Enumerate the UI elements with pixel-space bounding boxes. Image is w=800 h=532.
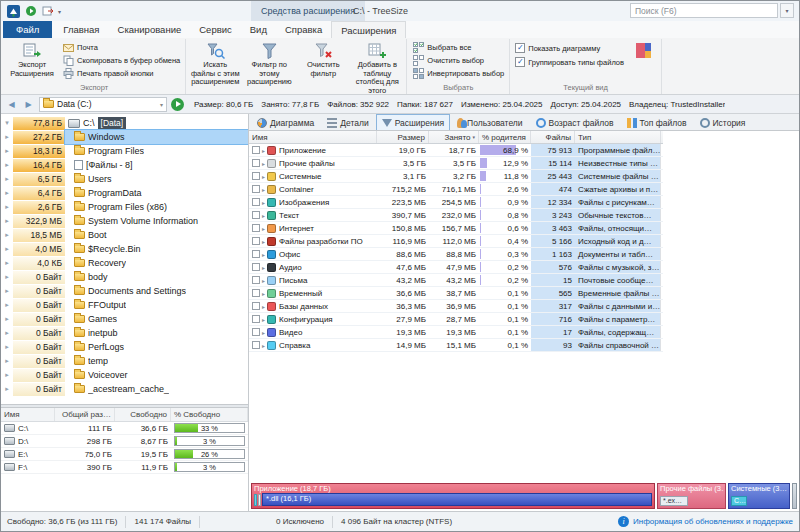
expand-icon[interactable]: ▸ (1, 175, 13, 183)
row-checkbox[interactable] (252, 172, 260, 180)
group-file-types-checkbox[interactable]: ✓ Группировать типы файлов (513, 56, 626, 68)
expand-icon[interactable]: ▸ (262, 238, 265, 245)
start-scan-button[interactable] (171, 98, 184, 111)
expand-icon[interactable]: ▸ (1, 189, 13, 197)
expand-icon[interactable]: ▸ (1, 259, 13, 267)
view-tab-0[interactable]: Диаграмма (251, 114, 320, 130)
ribbon-tab-2[interactable]: Сканирование (109, 21, 191, 38)
clear-selection-button[interactable]: Очистить выбор (410, 55, 506, 66)
treemap-small-block[interactable] (254, 494, 257, 506)
view-tab-6[interactable]: История (694, 114, 752, 130)
contextual-tab-header[interactable]: Средства расширения (251, 1, 365, 21)
treemap-block-other-files[interactable]: Прочие файлы (3… *.ex… (657, 483, 726, 509)
drive-row-2[interactable]: E:\75,0 ГБ19,5 ГБ26 % (1, 448, 248, 461)
treemap-block-exe[interactable]: *.ex… (660, 496, 688, 506)
tree-item-7[interactable]: ▸322,9 МБSystem Volume Information (1, 214, 248, 228)
ext-header-0[interactable]: Имя (249, 131, 377, 143)
invert-selection-button[interactable]: Инвертировать выбор (410, 68, 506, 79)
expand-icon[interactable]: ▸ (1, 357, 13, 365)
tree-item-9[interactable]: ▸4,0 МБ$Recycle.Bin (1, 242, 248, 256)
view-tab-4[interactable]: Возраст файлов (530, 114, 620, 130)
drives-header-1[interactable]: Общий раз… (55, 408, 115, 421)
treemap-block-rest[interactable] (792, 483, 797, 509)
tree-item-2[interactable]: ▸18,3 ГБProgram Files (1, 144, 248, 158)
drives-header-0[interactable]: Имя (1, 408, 55, 421)
qat-scan-icon[interactable] (24, 5, 37, 18)
extension-row-14[interactable]: ▸Видео19,3 МБ19,3 МБ0,1 %17Файлы, содерж… (249, 326, 663, 339)
extension-row-13[interactable]: ▸Конфигурация27,9 МБ28,7 МБ0,1 %716Файлы… (249, 313, 663, 326)
mail-button[interactable]: Почта (60, 42, 182, 53)
row-checkbox[interactable] (252, 198, 260, 206)
expand-icon[interactable]: ▸ (1, 343, 13, 351)
expand-icon[interactable]: ▸ (262, 316, 265, 323)
expand-icon[interactable]: ▸ (262, 290, 265, 297)
expand-icon[interactable]: ▸ (262, 329, 265, 336)
expand-icon[interactable]: ▸ (1, 217, 13, 225)
view-tab-2[interactable]: Расширения (376, 114, 450, 130)
extension-row-10[interactable]: ▸Письма43,2 МБ43,2 МБ0,2 %15Почтовые соо… (249, 274, 663, 287)
expand-icon[interactable]: ▸ (1, 231, 13, 239)
ext-header-2[interactable]: Занято▾ (429, 131, 479, 143)
row-checkbox[interactable] (252, 302, 260, 310)
ribbon-tab-4[interactable]: Вид (241, 21, 276, 38)
drive-row-0[interactable]: C:\111 ГБ36,6 ГБ33 % (1, 422, 248, 435)
extension-row-15[interactable]: ▸Справка14,9 МБ15,1 МБ0,1 %93Файлы справ… (249, 339, 663, 352)
export-extensions-button[interactable]: Экспорт Расширения (6, 39, 58, 78)
expand-icon[interactable]: ▸ (1, 385, 13, 393)
ribbon-tab-3[interactable]: Сервис (190, 21, 241, 38)
expand-icon[interactable]: ▸ (262, 160, 265, 167)
collapse-icon[interactable]: ▾ (1, 119, 13, 127)
expand-icon[interactable]: ▸ (1, 147, 13, 155)
drives-header-2[interactable]: Свободно (115, 408, 171, 421)
row-checkbox[interactable] (252, 341, 260, 349)
expand-icon[interactable]: ▸ (1, 161, 13, 169)
tree-item-19[interactable]: ▸0 Байт_acestream_cache_ (1, 382, 248, 396)
treemap-block-system-sub[interactable]: С… (731, 496, 747, 506)
tree-item-3[interactable]: ▸16,4 ГБ[Файлы - 8] (1, 158, 248, 172)
expand-icon[interactable]: ▸ (262, 342, 265, 349)
extension-row-4[interactable]: ▸Изображения223,5 МБ254,5 МБ0,9 %12 334Ф… (249, 196, 663, 209)
ext-header-3[interactable]: % родителя (479, 131, 531, 143)
expand-icon[interactable]: ▸ (262, 264, 265, 271)
extension-row-1[interactable]: ▸Прочие файлы3,5 ГБ3,5 ГБ12,9 %15 114Неи… (249, 157, 663, 170)
tree-item-12[interactable]: ▸0 БайтDocuments and Settings (1, 284, 248, 298)
row-checkbox[interactable] (252, 159, 260, 167)
extension-row-12[interactable]: ▸Базы данных36,3 МБ36,9 МБ0,1 %317Файлы … (249, 300, 663, 313)
select-all-button[interactable]: Выбрать все (410, 42, 506, 53)
filter-by-extension-button[interactable]: Фильтр по этому расширению (243, 39, 295, 87)
view-tab-5[interactable]: Топ файлов (621, 114, 693, 130)
expand-icon[interactable]: ▸ (1, 315, 13, 323)
expand-icon[interactable]: ▸ (262, 173, 265, 180)
tree-item-5[interactable]: ▸6,4 ГБProgramData (1, 186, 248, 200)
extension-row-9[interactable]: ▸Аудио47,6 МБ47,9 МБ0,2 %576Файлы с музы… (249, 261, 663, 274)
tree-item-13[interactable]: ▸0 БайтFFOutput (1, 298, 248, 312)
ribbon-tab-0[interactable]: Файл (3, 21, 52, 38)
tree-item-17[interactable]: ▸0 Байтtemp (1, 354, 248, 368)
row-checkbox[interactable] (252, 276, 260, 284)
row-checkbox[interactable] (252, 328, 260, 336)
search-files-with-extension-button[interactable]: Искать файлы с этим расширением (189, 39, 241, 87)
tree-item-4[interactable]: ▸6,5 ГБUsers (1, 172, 248, 186)
tree-item-15[interactable]: ▸0 Байтinetpub (1, 326, 248, 340)
expand-icon[interactable]: ▸ (1, 203, 13, 211)
tree-item-14[interactable]: ▸0 БайтGames (1, 312, 248, 326)
extension-row-7[interactable]: ▸Файлы разработки ПО116,9 МБ112,0 МБ0,4 … (249, 235, 663, 248)
treemap-block-application[interactable]: Приложение (18,7 ГБ) *.dll (16,1 ГБ) (251, 483, 655, 509)
row-checkbox[interactable] (252, 250, 260, 258)
print-button[interactable]: Печать правой кнопки (60, 68, 182, 79)
expand-icon[interactable]: ▸ (262, 199, 265, 206)
extension-row-0[interactable]: ▸Приложение19,0 ГБ18,7 ГБ68,9 %75 913Про… (249, 144, 663, 157)
view-tab-3[interactable]: Пользователи (451, 114, 528, 130)
treemap-small-block[interactable] (258, 494, 261, 506)
forward-button[interactable]: ▶ (22, 100, 35, 109)
extension-row-6[interactable]: ▸Интернет150,8 МБ156,7 МБ0,6 %3 463Файлы… (249, 222, 663, 235)
expand-icon[interactable]: ▸ (262, 225, 265, 232)
tree-item-18[interactable]: ▸0 БайтVoiceover (1, 368, 248, 382)
treemap-style-button[interactable] (628, 39, 658, 61)
tree-item-8[interactable]: ▸18,5 МБBoot (1, 228, 248, 242)
treemap-block-dll[interactable]: *.dll (16,1 ГБ) (262, 493, 652, 506)
ribbon-tab-6[interactable]: Расширения (331, 21, 406, 38)
expand-icon[interactable]: ▸ (1, 301, 13, 309)
row-checkbox[interactable] (252, 263, 260, 271)
path-selector[interactable]: Data (C:) ▾ (39, 97, 167, 112)
